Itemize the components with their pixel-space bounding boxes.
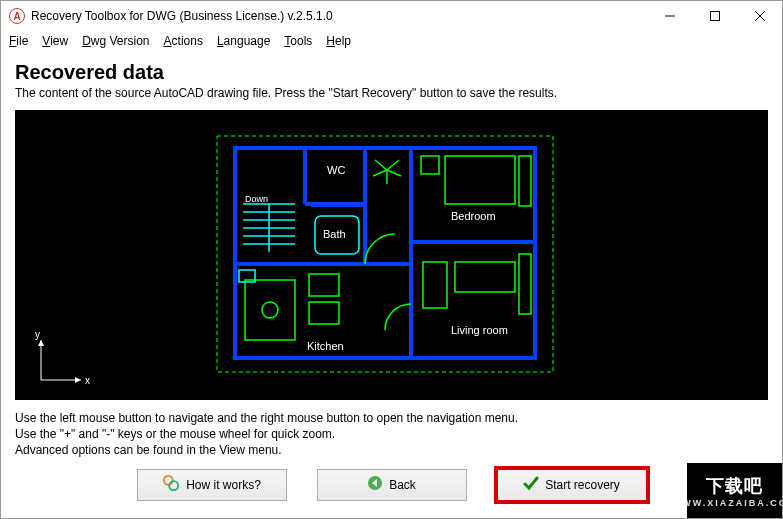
- menu-actions[interactable]: Actions: [164, 34, 203, 48]
- help-line-1: Use the left mouse button to navigate an…: [15, 410, 768, 426]
- how-it-works-label: How it works?: [186, 478, 261, 492]
- svg-rect-26: [519, 156, 531, 206]
- menu-dwg-version[interactable]: Dwg Version: [82, 34, 149, 48]
- svg-point-23: [262, 302, 278, 318]
- start-recovery-button[interactable]: Start recovery: [497, 469, 647, 501]
- label-wc: WC: [327, 164, 345, 176]
- drawing-viewport[interactable]: WC Bath Bedroom Kitchen Living room Down…: [15, 110, 768, 400]
- label-bath: Bath: [323, 228, 346, 240]
- back-arrow-icon: [367, 475, 383, 494]
- svg-marker-33: [75, 377, 81, 383]
- menu-tools[interactable]: Tools: [284, 34, 312, 48]
- floor-plan: WC Bath Bedroom Kitchen Living room Down: [215, 134, 555, 384]
- gear-icon: [162, 474, 180, 495]
- svg-point-39: [169, 481, 178, 490]
- menu-language[interactable]: Language: [217, 34, 270, 48]
- maximize-button[interactable]: [692, 1, 737, 31]
- start-recovery-label: Start recovery: [545, 478, 620, 492]
- titlebar: Recovery Toolbox for DWG (Business Licen…: [1, 1, 782, 31]
- app-icon: [9, 8, 25, 24]
- axis-indicator: x y: [31, 330, 91, 390]
- menubar: File View Dwg Version Actions Language T…: [1, 31, 782, 51]
- svg-text:x: x: [85, 375, 90, 386]
- page-header: Recovered data The content of the source…: [1, 51, 782, 106]
- svg-rect-27: [455, 262, 515, 292]
- svg-rect-25: [421, 156, 439, 174]
- svg-rect-20: [245, 280, 295, 340]
- page-title: Recovered data: [15, 61, 768, 84]
- window-title: Recovery Toolbox for DWG (Business Licen…: [31, 9, 333, 23]
- svg-text:y: y: [35, 330, 40, 340]
- svg-point-38: [164, 476, 173, 485]
- back-button[interactable]: Back: [317, 469, 467, 501]
- watermark-url: WWW.XIAZAIBA.COM: [672, 498, 783, 508]
- svg-rect-21: [309, 274, 339, 296]
- menu-view[interactable]: View: [42, 34, 68, 48]
- svg-marker-35: [38, 340, 44, 346]
- menu-file[interactable]: File: [9, 34, 28, 48]
- svg-rect-1: [710, 12, 719, 21]
- help-text: Use the left mouse button to navigate an…: [1, 404, 782, 461]
- watermark-text: 下载吧: [706, 474, 763, 498]
- svg-rect-28: [423, 262, 447, 308]
- svg-rect-29: [519, 254, 531, 314]
- back-label: Back: [389, 478, 416, 492]
- label-living: Living room: [451, 324, 508, 336]
- help-line-2: Use the "+" and "-" keys or the mouse wh…: [15, 426, 768, 442]
- help-line-3: Advanced options can be found in the Vie…: [15, 442, 768, 458]
- label-kitchen: Kitchen: [307, 340, 344, 352]
- button-row: How it works? Back Start recovery: [1, 461, 782, 509]
- minimize-button[interactable]: [647, 1, 692, 31]
- close-button[interactable]: [737, 1, 782, 31]
- label-down: Down: [245, 194, 268, 204]
- menu-help[interactable]: Help: [326, 34, 351, 48]
- label-bedroom: Bedroom: [451, 210, 496, 222]
- how-it-works-button[interactable]: How it works?: [137, 469, 287, 501]
- window-controls: [647, 1, 782, 31]
- svg-rect-22: [309, 302, 339, 324]
- watermark: 下载吧 WWW.XIAZAIBA.COM: [687, 463, 782, 518]
- page-subtitle: The content of the source AutoCAD drawin…: [15, 86, 768, 100]
- svg-rect-24: [445, 156, 515, 204]
- checkmark-icon: [523, 475, 539, 494]
